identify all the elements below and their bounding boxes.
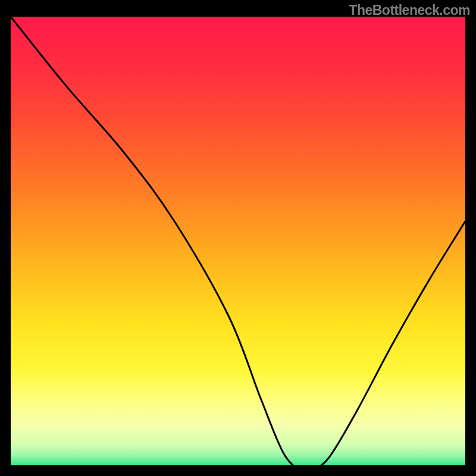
plot-lines [11,17,465,465]
bottleneck-curve [11,17,465,465]
chart-frame: TheBottleneck.com [0,0,476,476]
attribution-label: TheBottleneck.com [349,2,470,18]
plot-area [11,17,465,465]
